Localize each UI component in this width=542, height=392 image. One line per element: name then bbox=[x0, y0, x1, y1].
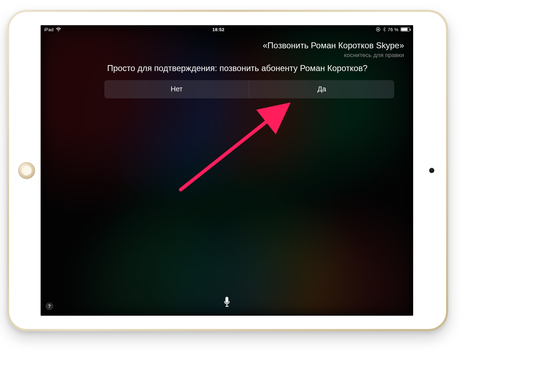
ipad-device-frame: iPad 18:52 76 % bbox=[7, 10, 448, 331]
status-time: 18:52 bbox=[61, 27, 376, 32]
siri-mic-button[interactable] bbox=[220, 296, 234, 310]
device-label: iPad bbox=[44, 27, 54, 32]
no-button[interactable]: Нет bbox=[104, 80, 249, 98]
battery-percent: 76 % bbox=[388, 27, 398, 32]
siri-response-text: Просто для подтверждения: позвонить абон… bbox=[107, 63, 391, 74]
yes-button[interactable]: Да bbox=[249, 80, 394, 98]
ipad-home-button[interactable] bbox=[18, 162, 35, 179]
wifi-icon bbox=[56, 27, 61, 31]
siri-user-query[interactable]: «Позвонить Роман Коротков Skype» косните… bbox=[263, 41, 404, 59]
siri-edit-hint: коснитесь для правки bbox=[263, 52, 404, 59]
confirm-button-row: Нет Да bbox=[104, 80, 394, 98]
status-bar: iPad 18:52 76 % bbox=[41, 25, 413, 34]
microphone-icon bbox=[223, 297, 231, 309]
siri-response-card: Просто для подтверждения: позвонить абон… bbox=[107, 63, 391, 98]
siri-user-query-text: «Позвонить Роман Коротков Skype» bbox=[263, 41, 404, 50]
question-mark-icon: ? bbox=[48, 303, 51, 309]
ipad-front-camera bbox=[429, 168, 434, 173]
orientation-lock-icon bbox=[376, 27, 381, 32]
ipad-screen: iPad 18:52 76 % bbox=[41, 25, 413, 316]
battery-icon bbox=[401, 27, 410, 31]
siri-help-button[interactable]: ? bbox=[46, 302, 53, 310]
bluetooth-icon bbox=[383, 27, 386, 32]
